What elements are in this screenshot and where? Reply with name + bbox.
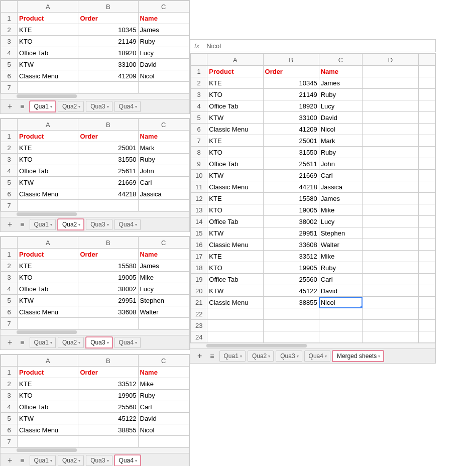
cell[interactable]: KTE bbox=[18, 378, 78, 390]
header-cell[interactable]: Name bbox=[138, 367, 189, 378]
cell[interactable] bbox=[207, 308, 263, 320]
cell[interactable]: KTE bbox=[18, 260, 78, 272]
cell[interactable]: KTE bbox=[207, 193, 263, 204]
cell[interactable]: 25001 bbox=[263, 135, 319, 147]
cell[interactable]: 19005 bbox=[78, 272, 138, 283]
cell[interactable]: KTE bbox=[18, 142, 78, 154]
cell[interactable]: 38002 bbox=[263, 216, 319, 227]
row-header[interactable]: 21 bbox=[191, 297, 207, 308]
cell[interactable]: Jassica bbox=[319, 181, 363, 193]
cell[interactable]: Office Tab bbox=[18, 401, 78, 413]
header-cell[interactable]: Order bbox=[78, 249, 138, 260]
cell[interactable] bbox=[418, 193, 435, 204]
tab-menu-icon[interactable]: ▾ bbox=[135, 458, 137, 463]
row-header[interactable]: 7 bbox=[1, 436, 18, 447]
cell[interactable]: KTE bbox=[207, 135, 263, 147]
cell[interactable] bbox=[138, 436, 189, 447]
header-cell[interactable]: Name bbox=[138, 131, 189, 142]
header-cell[interactable]: Order bbox=[263, 66, 319, 77]
row-header[interactable]: 17 bbox=[191, 251, 207, 262]
row-header[interactable]: 6 bbox=[191, 124, 207, 135]
sheet-tab[interactable]: Qua2▾ bbox=[58, 455, 84, 466]
header-cell[interactable]: Product bbox=[18, 13, 78, 24]
row-header[interactable]: 7 bbox=[1, 318, 18, 329]
cell[interactable] bbox=[363, 100, 418, 112]
header-cell[interactable]: Order bbox=[78, 13, 138, 24]
horizontal-scrollbar[interactable] bbox=[1, 329, 189, 335]
column-header[interactable]: B bbox=[78, 237, 138, 249]
cell[interactable]: KTO bbox=[18, 272, 78, 283]
cell[interactable]: Ruby bbox=[319, 89, 363, 100]
cell[interactable]: 41209 bbox=[78, 70, 138, 82]
cell[interactable]: 33608 bbox=[263, 239, 319, 251]
cell[interactable]: Nicol bbox=[138, 424, 189, 436]
tab-menu-icon[interactable]: ▾ bbox=[107, 458, 109, 463]
cell[interactable] bbox=[418, 204, 435, 216]
cell[interactable] bbox=[207, 331, 263, 343]
header-cell[interactable]: Order bbox=[78, 367, 138, 378]
cell[interactable] bbox=[418, 147, 435, 158]
cell[interactable] bbox=[418, 308, 435, 320]
row-header[interactable]: 10 bbox=[191, 170, 207, 181]
tab-menu-icon[interactable]: ▾ bbox=[50, 458, 52, 463]
row-header[interactable]: 1 bbox=[1, 367, 18, 378]
sheet-tab[interactable]: Qua2▾ bbox=[58, 337, 84, 348]
row-header[interactable]: 19 bbox=[191, 274, 207, 285]
cell[interactable]: 15580 bbox=[263, 193, 319, 204]
row-header[interactable]: 2 bbox=[1, 24, 18, 36]
formula-bar[interactable]: fxNicol bbox=[190, 39, 436, 52]
selected-cell[interactable]: Nicol bbox=[319, 297, 363, 308]
cell[interactable]: John bbox=[319, 158, 363, 170]
sheet-tab[interactable]: Qua4▾ bbox=[114, 101, 141, 112]
row-header[interactable]: 5 bbox=[1, 295, 18, 306]
cell[interactable]: David bbox=[138, 413, 189, 424]
cell[interactable] bbox=[418, 124, 435, 135]
sheet-tab[interactable]: Qua1▾ bbox=[30, 455, 56, 466]
cell[interactable]: 21669 bbox=[78, 177, 138, 188]
cell[interactable]: KTW bbox=[18, 295, 78, 306]
cell[interactable]: KTW bbox=[18, 413, 78, 424]
row-header[interactable]: 5 bbox=[1, 59, 18, 70]
cell[interactable]: Mike bbox=[319, 251, 363, 262]
cell[interactable]: KTO bbox=[207, 204, 263, 216]
sheet-tab[interactable]: Qua3▾ bbox=[86, 455, 112, 466]
cell[interactable] bbox=[418, 66, 435, 77]
row-header[interactable]: 2 bbox=[1, 378, 18, 390]
cell[interactable]: 15580 bbox=[78, 260, 138, 272]
cell[interactable]: Classic Menu bbox=[207, 181, 263, 193]
spreadsheet-grid[interactable]: ABC1ProductOrderName2KTE25001Mark3KTO315… bbox=[1, 119, 189, 211]
cell[interactable]: Ruby bbox=[319, 262, 363, 274]
row-header[interactable]: 1 bbox=[191, 66, 207, 77]
cell[interactable]: Nicol bbox=[138, 70, 189, 82]
cell[interactable] bbox=[18, 200, 78, 211]
cell[interactable] bbox=[418, 181, 435, 193]
row-header[interactable]: 4 bbox=[1, 401, 18, 413]
column-header[interactable]: C bbox=[138, 237, 189, 249]
row-header[interactable]: 7 bbox=[191, 135, 207, 147]
sheet-tab[interactable]: Qua4▾ bbox=[114, 219, 141, 230]
all-sheets-icon[interactable]: ≡ bbox=[16, 220, 28, 228]
cell[interactable]: 33512 bbox=[263, 251, 319, 262]
horizontal-scrollbar[interactable] bbox=[1, 447, 189, 453]
cell[interactable]: Lucy bbox=[319, 100, 363, 112]
column-header[interactable]: D bbox=[363, 54, 418, 66]
sheet-tab[interactable]: Qua4▾ bbox=[114, 455, 141, 466]
cell[interactable] bbox=[363, 112, 418, 124]
cell[interactable] bbox=[418, 297, 435, 308]
cell[interactable]: Office Tab bbox=[207, 158, 263, 170]
cell[interactable]: Office Tab bbox=[207, 274, 263, 285]
cell[interactable]: Classic Menu bbox=[207, 239, 263, 251]
cell[interactable]: Nicol bbox=[319, 124, 363, 135]
column-header[interactable]: A bbox=[18, 355, 78, 367]
cell[interactable] bbox=[78, 436, 138, 447]
cell[interactable] bbox=[319, 320, 363, 331]
header-cell[interactable]: Product bbox=[18, 131, 78, 142]
sheet-tab[interactable]: Qua3▾ bbox=[86, 337, 112, 348]
cell[interactable] bbox=[18, 436, 78, 447]
column-header[interactable]: C bbox=[138, 1, 189, 13]
row-header[interactable]: 6 bbox=[1, 70, 18, 82]
column-header[interactable]: A bbox=[18, 119, 78, 131]
sheet-tab[interactable]: Qua1▾ bbox=[30, 219, 56, 230]
add-sheet-icon[interactable]: + bbox=[4, 456, 16, 465]
row-header[interactable]: 3 bbox=[1, 390, 18, 401]
